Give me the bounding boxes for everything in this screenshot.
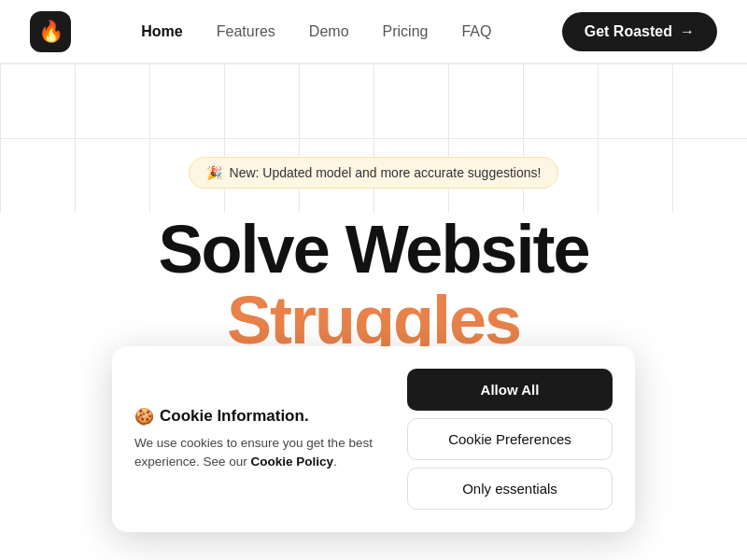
- cookie-policy-link[interactable]: Cookie Policy: [251, 455, 334, 469]
- logo-icon: 🔥: [38, 20, 63, 44]
- nav-links: Home Features Demo Pricing FAQ: [141, 23, 491, 40]
- nav-link-demo[interactable]: Demo: [309, 23, 349, 40]
- announcement-badge: 🎉 New: Updated model and more accurate s…: [189, 157, 559, 189]
- cta-arrow-icon: →: [680, 23, 695, 40]
- cta-label: Get Roasted: [585, 23, 672, 40]
- badge-text: New: Updated model and more accurate sug…: [230, 165, 542, 180]
- cookie-icon: 🍪: [134, 407, 154, 427]
- cookie-actions: Allow All Cookie Preferences Only essent…: [407, 369, 613, 510]
- hero-title-line2: Struggles: [227, 286, 520, 357]
- allow-all-button[interactable]: Allow All: [407, 369, 613, 411]
- cookie-body: We use cookies to ensure you get the bes…: [134, 434, 385, 472]
- nav-link-faq[interactable]: FAQ: [461, 23, 491, 40]
- badge-icon: 🎉: [206, 165, 222, 180]
- hero-title-line1: Solve Website: [159, 215, 589, 286]
- only-essentials-button[interactable]: Only essentials: [407, 468, 613, 510]
- navbar: 🔥 Home Features Demo Pricing FAQ Get Roa…: [0, 0, 747, 63]
- cookie-info: 🍪 Cookie Information. We use cookies to …: [134, 407, 385, 472]
- logo[interactable]: 🔥: [30, 11, 71, 52]
- cookie-title-text: Cookie Information.: [160, 407, 309, 426]
- nav-link-features[interactable]: Features: [217, 23, 275, 40]
- nav-link-pricing[interactable]: Pricing: [383, 23, 429, 40]
- cookie-preferences-button[interactable]: Cookie Preferences: [407, 418, 613, 460]
- get-roasted-button[interactable]: Get Roasted →: [562, 12, 717, 51]
- nav-link-home[interactable]: Home: [141, 23, 182, 40]
- cookie-body-end: .: [333, 455, 337, 469]
- cookie-banner: 🍪 Cookie Information. We use cookies to …: [112, 346, 635, 532]
- cookie-title: 🍪 Cookie Information.: [134, 407, 385, 427]
